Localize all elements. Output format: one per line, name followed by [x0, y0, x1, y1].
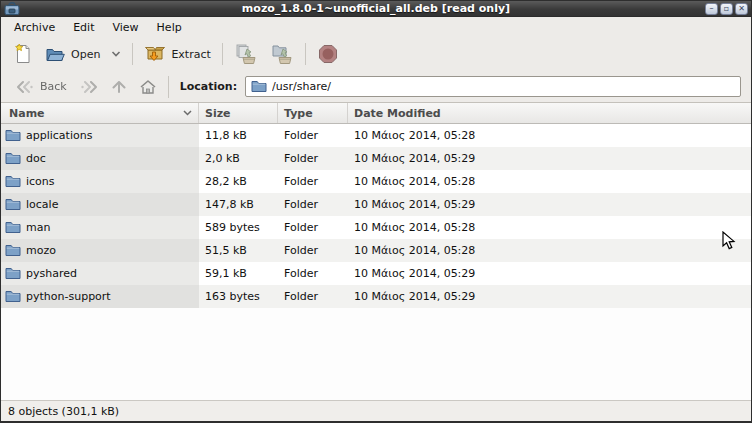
row-name: mozo — [26, 244, 56, 257]
column-header-name[interactable]: Name — [1, 103, 199, 123]
row-date: 10 Μάιος 2014, 05:28 — [348, 239, 751, 262]
row-name-cell[interactable]: python-support — [1, 285, 199, 308]
row-name: icons — [26, 175, 55, 188]
forward-icon — [79, 80, 99, 94]
row-name: python-support — [26, 290, 111, 303]
row-size: 11,8 kB — [199, 124, 278, 147]
table-row[interactable]: pyshared59,1 kBFolder10 Μάιος 2014, 05:2… — [1, 262, 751, 285]
home-button[interactable] — [133, 76, 163, 98]
menu-help[interactable]: Help — [148, 17, 191, 37]
row-size: 589 bytes — [199, 216, 278, 239]
navbar-separator — [168, 76, 169, 98]
add-files-button[interactable] — [228, 39, 264, 69]
open-button-label: Open — [71, 48, 100, 61]
stop-button[interactable] — [311, 39, 345, 69]
row-type: Folder — [278, 239, 348, 262]
row-date: 10 Μάιος 2014, 05:28 — [348, 216, 751, 239]
menu-archive[interactable]: Archive — [5, 17, 64, 37]
up-icon — [111, 79, 127, 95]
toolbar-separator — [132, 43, 133, 65]
location-label: Location: — [180, 80, 237, 93]
titlebar[interactable]: mozo_1.8.0-1~unofficial_all.deb [read on… — [1, 1, 751, 17]
column-header-date-modified[interactable]: Date Modified — [348, 103, 751, 123]
row-name: locale — [26, 198, 58, 211]
row-type: Folder — [278, 147, 348, 170]
up-button[interactable] — [105, 76, 133, 98]
folder-icon — [5, 198, 21, 211]
table-row[interactable]: locale147,8 kBFolder10 Μάιος 2014, 05:29 — [1, 193, 751, 216]
table-row[interactable]: python-support163 bytesFolder10 Μάιος 20… — [1, 285, 751, 308]
maximize-button[interactable]: ▫ — [720, 3, 733, 15]
column-header-type[interactable]: Type — [278, 103, 348, 123]
forward-button[interactable] — [73, 77, 105, 97]
folder-icon — [5, 244, 21, 257]
toolbar-separator — [305, 43, 306, 65]
row-name: doc — [26, 152, 46, 165]
location-input[interactable] — [272, 80, 735, 93]
archive-app-icon — [4, 2, 20, 15]
row-type: Folder — [278, 193, 348, 216]
open-folder-icon — [45, 46, 66, 63]
new-archive-button[interactable] — [7, 39, 39, 69]
statusbar-text: 8 objects (301,1 kB) — [8, 405, 119, 418]
toolbar: Open Extract — [1, 37, 751, 71]
row-size: 2,0 kB — [199, 147, 278, 170]
row-size: 163 bytes — [199, 285, 278, 308]
column-header-name-label: Name — [9, 107, 45, 120]
row-name-cell[interactable]: pyshared — [1, 262, 199, 285]
folder-icon — [251, 80, 267, 93]
row-date: 10 Μάιος 2014, 05:29 — [348, 147, 751, 170]
menu-edit[interactable]: Edit — [64, 17, 103, 37]
toolbar-separator — [222, 43, 223, 65]
column-header-size[interactable]: Size — [199, 103, 278, 123]
menu-view[interactable]: View — [103, 17, 147, 37]
row-name-cell[interactable]: applications — [1, 124, 199, 147]
row-name-cell[interactable]: locale — [1, 193, 199, 216]
chevron-down-icon — [111, 51, 121, 57]
statusbar: 8 objects (301,1 kB) — [1, 400, 751, 421]
row-name-cell[interactable]: icons — [1, 170, 199, 193]
table-row[interactable]: mozo51,5 kBFolder10 Μάιος 2014, 05:28 — [1, 239, 751, 262]
folder-icon — [5, 221, 21, 234]
row-name-cell[interactable]: man — [1, 216, 199, 239]
close-button[interactable]: ✕ — [735, 3, 748, 15]
row-name: applications — [26, 129, 92, 142]
back-button[interactable]: Back — [9, 77, 73, 97]
add-folder-button[interactable] — [264, 39, 300, 69]
table-header: Name Size Type Date Modified — [1, 103, 751, 124]
add-files-icon — [234, 43, 258, 65]
row-name: man — [26, 221, 50, 234]
folder-icon — [5, 129, 21, 142]
sort-descending-icon — [183, 110, 192, 116]
new-archive-icon — [13, 43, 33, 65]
archive-manager-window: mozo_1.8.0-1~unofficial_all.deb [read on… — [0, 0, 752, 423]
table-row[interactable]: icons28,2 kBFolder10 Μάιος 2014, 05:28 — [1, 170, 751, 193]
folder-icon — [5, 267, 21, 280]
row-size: 51,5 kB — [199, 239, 278, 262]
row-type: Folder — [278, 216, 348, 239]
row-size: 147,8 kB — [199, 193, 278, 216]
row-size: 59,1 kB — [199, 262, 278, 285]
minimize-button[interactable]: – — [705, 3, 718, 15]
home-icon — [139, 79, 157, 95]
table-row[interactable]: applications11,8 kBFolder10 Μάιος 2014, … — [1, 124, 751, 147]
row-type: Folder — [278, 262, 348, 285]
extract-button[interactable]: Extract — [138, 41, 216, 67]
open-button[interactable]: Open — [39, 42, 127, 67]
row-date: 10 Μάιος 2014, 05:29 — [348, 285, 751, 308]
row-type: Folder — [278, 124, 348, 147]
window-title: mozo_1.8.0-1~unofficial_all.deb [read on… — [1, 1, 751, 17]
file-list: Name Size Type Date Modified application… — [1, 103, 751, 400]
table-row[interactable]: man589 bytesFolder10 Μάιος 2014, 05:28 — [1, 216, 751, 239]
row-name-cell[interactable]: doc — [1, 147, 199, 170]
row-date: 10 Μάιος 2014, 05:28 — [348, 170, 751, 193]
row-type: Folder — [278, 170, 348, 193]
menubar: Archive Edit View Help — [1, 17, 751, 37]
row-size: 28,2 kB — [199, 170, 278, 193]
table-row[interactable]: doc2,0 kBFolder10 Μάιος 2014, 05:29 — [1, 147, 751, 170]
list-empty-area — [1, 308, 751, 400]
location-entry[interactable] — [245, 76, 741, 97]
row-name-cell[interactable]: mozo — [1, 239, 199, 262]
folder-icon — [5, 290, 21, 303]
navigation-bar: Back Location: — [1, 71, 751, 103]
